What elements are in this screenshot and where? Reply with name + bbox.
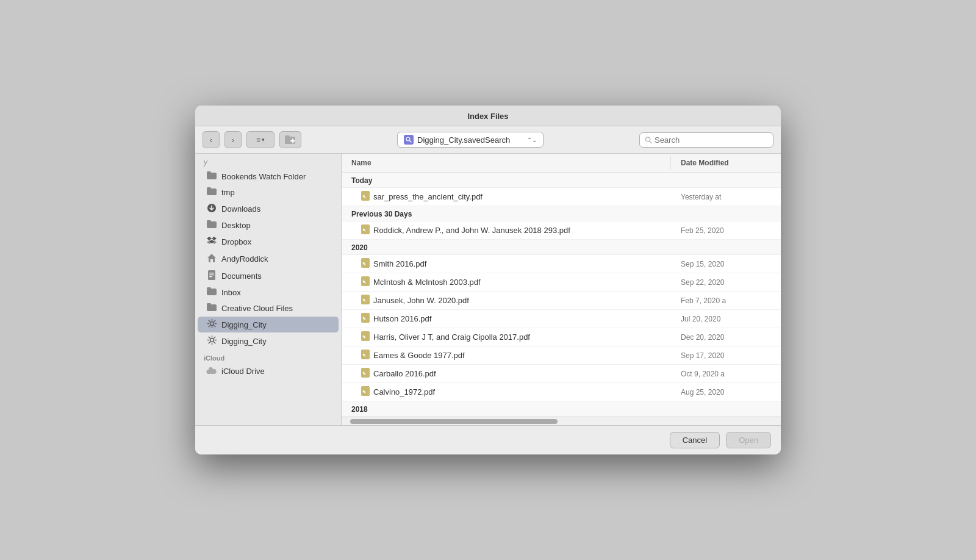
open-button[interactable]: Open <box>726 432 771 448</box>
svg-point-30 <box>210 322 214 326</box>
file-name: Eames & Goode 1977.pdf <box>373 351 465 360</box>
svg-point-31 <box>210 339 214 342</box>
pdf-icon: ✎ <box>361 258 370 270</box>
sidebar-label: Dropbox <box>221 237 251 246</box>
file-name: Smith 2016.pdf <box>373 259 426 268</box>
sidebar-item-digging-city-2[interactable]: Digging_City <box>198 333 339 349</box>
cancel-button[interactable]: Cancel <box>670 432 720 448</box>
group-2020: 2020 <box>342 240 781 255</box>
view-options-button[interactable]: ≡ ▾ <box>246 131 274 148</box>
sidebar-item-creative-cloud[interactable]: Creative Cloud Files <box>198 301 339 316</box>
file-list-header: Name Date Modified <box>342 154 781 173</box>
sidebar-faded-item: y <box>195 156 341 168</box>
sidebar-label: Bookends Watch Folder <box>221 172 306 181</box>
file-date-cell: Sep 15, 2020 <box>671 259 781 270</box>
dialog: Index Files ‹ › ≡ ▾ <box>195 106 781 454</box>
svg-rect-15 <box>207 220 211 223</box>
file-name: sar_press_the_ancient_city.pdf <box>373 192 483 201</box>
horizontal-scrollbar[interactable] <box>342 417 781 425</box>
sidebar-item-documents[interactable]: Documents <box>198 268 339 284</box>
table-row[interactable]: ✎ Harris, Oliver J T, and Craig Cipolla … <box>342 328 781 346</box>
search-input[interactable] <box>655 135 768 145</box>
svg-rect-29 <box>207 303 211 306</box>
sidebar-label: Desktop <box>221 221 251 230</box>
file-name: Calvino_1972.pdf <box>373 387 435 397</box>
new-folder-button[interactable] <box>279 131 301 148</box>
file-date-cell: Sep 17, 2020 <box>671 350 781 361</box>
scroll-thumb[interactable] <box>350 419 558 424</box>
svg-line-7 <box>650 141 651 143</box>
svg-text:✎: ✎ <box>362 280 366 284</box>
pdf-icon: ✎ <box>361 331 370 343</box>
back-button[interactable]: ‹ <box>203 131 220 148</box>
file-date-cell: Aug 25, 2020 <box>671 387 781 398</box>
sidebar: y Bookends Watch Folder tmp <box>195 154 342 425</box>
svg-text:✎: ✎ <box>362 390 366 394</box>
svg-rect-27 <box>207 287 211 290</box>
bottom-bar: Cancel Open <box>195 425 781 454</box>
table-row[interactable]: ✎ sar_press_the_ancient_city.pdf Yesterd… <box>342 188 781 206</box>
sidebar-item-inbox[interactable]: Inbox <box>198 285 339 300</box>
table-row[interactable]: ✎ Janusek, John W. 2020.pdf Feb 7, 2020 … <box>342 292 781 310</box>
sidebar-item-desktop[interactable]: Desktop <box>198 218 339 233</box>
svg-rect-23 <box>209 273 214 273</box>
sidebar-item-dropbox[interactable]: Dropbox <box>198 234 339 250</box>
pdf-icon: ✎ <box>361 276 370 288</box>
sidebar-item-downloads[interactable]: Downloads <box>198 201 339 217</box>
desktop-icon <box>206 220 217 231</box>
downloads-icon <box>206 203 217 215</box>
search-box[interactable] <box>639 132 773 148</box>
table-row[interactable]: ✎ Calvino_1972.pdf Aug 25, 2020 <box>342 383 781 401</box>
sidebar-item-digging-city-1[interactable]: Digging_City <box>198 317 339 332</box>
file-name: Hutson 2016.pdf <box>373 314 431 323</box>
file-name-cell: ✎ Hutson 2016.pdf <box>342 312 671 326</box>
main-content: y Bookends Watch Folder tmp <box>195 154 781 425</box>
file-date-cell: Feb 25, 2020 <box>671 225 781 236</box>
search-icon <box>645 136 652 144</box>
svg-marker-16 <box>207 237 212 240</box>
svg-rect-25 <box>209 276 212 277</box>
location-button[interactable]: Digging_City.savedSearch ⌃⌄ <box>397 132 544 148</box>
inbox-folder-icon <box>206 287 217 298</box>
group-today: Today <box>342 173 781 188</box>
icloud-icon <box>206 366 217 376</box>
view-chevron-icon: ▾ <box>262 137 265 143</box>
sidebar-label: Digging_City <box>221 320 267 329</box>
table-row[interactable]: ✎ Smith 2016.pdf Sep 15, 2020 <box>342 255 781 273</box>
sidebar-item-icloud-drive[interactable]: iCloud Drive <box>198 364 339 379</box>
sidebar-item-bookends-watch[interactable]: Bookends Watch Folder <box>198 169 339 184</box>
svg-line-5 <box>410 141 412 143</box>
file-name-cell: ✎ Calvino_1972.pdf <box>342 385 671 399</box>
sidebar-label: iCloud Drive <box>221 367 265 376</box>
file-name-cell: ✎ Eames & Goode 1977.pdf <box>342 348 671 362</box>
table-row[interactable]: ✎ Roddick, Andrew P., and John W. Januse… <box>342 221 781 240</box>
file-list-body: Today ✎ sar_press_the_ancient_city.pdf Y… <box>342 173 781 417</box>
svg-rect-24 <box>209 275 214 275</box>
svg-text:✎: ✎ <box>362 262 366 266</box>
location-picker: Digging_City.savedSearch ⌃⌄ <box>306 132 634 148</box>
svg-text:✎: ✎ <box>362 335 366 339</box>
svg-text:✎: ✎ <box>362 298 366 303</box>
file-name-cell: ✎ sar_press_the_ancient_city.pdf <box>342 190 671 204</box>
table-row[interactable]: ✎ McIntosh & McIntosh 2003.pdf Sep 22, 2… <box>342 273 781 292</box>
file-name: Harris, Oliver J T, and Craig Cipolla 20… <box>373 332 530 342</box>
pdf-icon: ✎ <box>361 350 370 361</box>
gear-icon-2 <box>206 336 217 346</box>
group-previous-30: Previous 30 Days <box>342 206 781 221</box>
location-name: Digging_City.savedSearch <box>417 135 510 145</box>
sidebar-item-tmp[interactable]: tmp <box>198 185 339 200</box>
sidebar-label: AndyRoddick <box>221 254 268 264</box>
sidebar-label: tmp <box>221 188 235 197</box>
table-row[interactable]: ✎ Carballo 2016.pdf Oct 9, 2020 a <box>342 365 781 383</box>
file-date-cell: Sep 22, 2020 <box>671 277 781 288</box>
toolbar: ‹ › ≡ ▾ <box>195 126 781 154</box>
forward-button[interactable]: › <box>224 131 242 148</box>
sidebar-item-andyroddick[interactable]: AndyRoddick <box>198 251 339 267</box>
sidebar-label: Creative Cloud Files <box>221 304 293 313</box>
pdf-icon: ✎ <box>361 295 370 306</box>
gear-icon <box>206 319 217 330</box>
file-date-cell: Jul 20, 2020 <box>671 314 781 325</box>
table-row[interactable]: ✎ Hutson 2016.pdf Jul 20, 2020 <box>342 310 781 328</box>
table-row[interactable]: ✎ Eames & Goode 1977.pdf Sep 17, 2020 <box>342 346 781 365</box>
pdf-icon: ✎ <box>361 191 370 203</box>
